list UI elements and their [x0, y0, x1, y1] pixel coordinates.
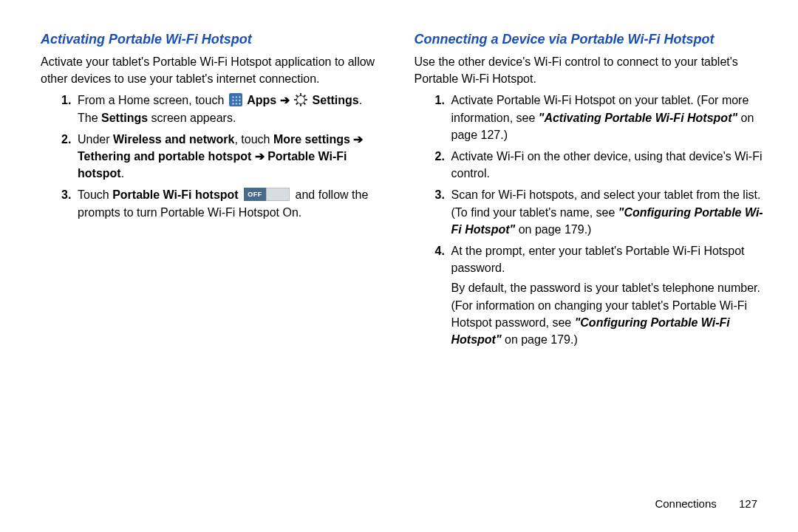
page-footer: Connections 127 [655, 497, 757, 510]
off-toggle-text: OFF [244, 188, 266, 201]
text: on page 179.) [502, 333, 578, 346]
list-item: 1. Activate Portable Wi-Fi Hotspot on yo… [435, 92, 768, 143]
apps-grid-icon [229, 93, 242, 106]
text: . [121, 167, 124, 180]
left-intro: Activate your tablet's Portable Wi-Fi Ho… [41, 53, 385, 87]
text: At the prompt, enter your tablet's Porta… [451, 245, 745, 274]
right-heading: Connecting a Device via Portable Wi-Fi H… [415, 30, 768, 49]
step-text: Scan for Wi-Fi hotspots, and select your… [451, 186, 768, 238]
left-list: 1. From a Home screen, touch Apps ➔ Sett… [41, 92, 385, 220]
off-toggle-knob [266, 188, 290, 201]
list-item: 3. Scan for Wi-Fi hotspots, and select y… [435, 186, 768, 238]
arrow-icon: ➔ [280, 94, 293, 106]
step-text: Activate Wi-Fi on the other device, usin… [451, 148, 768, 182]
wireless-network-label: Wireless and network [113, 133, 234, 146]
list-item: 1. From a Home screen, touch Apps ➔ Sett… [61, 92, 385, 126]
step-number: 4. [435, 242, 451, 348]
settings-label: Settings [313, 94, 359, 106]
step-text: At the prompt, enter your tablet's Porta… [451, 242, 768, 348]
text: Under [78, 133, 113, 146]
right-intro: Use the other device's Wi-Fi control to … [415, 53, 768, 87]
step-number: 1. [435, 92, 451, 143]
list-item: 2. Activate Wi-Fi on the other device, u… [435, 148, 768, 182]
apps-label: Apps [247, 94, 276, 106]
off-toggle-icon: OFF [244, 188, 290, 201]
text: , touch [234, 133, 273, 146]
list-item: 2. Under Wireless and network, touch Mor… [61, 131, 385, 183]
step-text: Under Wireless and network, touch More s… [78, 131, 385, 183]
text: Touch [78, 188, 112, 201]
step-text: Touch Portable Wi-Fi hotspot OFF and fol… [78, 186, 385, 220]
step-number: 2. [61, 131, 78, 183]
step-number: 3. [435, 186, 451, 238]
step-number: 3. [61, 186, 78, 220]
step-number: 1. [61, 92, 78, 126]
step-text: From a Home screen, touch Apps ➔ Setting… [78, 92, 385, 126]
text: screen appears. [148, 112, 236, 124]
settings-gear-icon [294, 93, 307, 106]
footer-section: Connections [655, 497, 716, 510]
step-number: 2. [435, 148, 451, 182]
step-subtext: By default, the password is your tablet'… [451, 279, 768, 348]
settings-label-2: Settings [101, 112, 148, 124]
list-item: 3. Touch Portable Wi-Fi hotspot OFF and … [61, 186, 385, 220]
right-list: 1. Activate Portable Wi-Fi Hotspot on yo… [415, 92, 768, 348]
text: From a Home screen, touch [78, 94, 228, 106]
text: on page 179.) [515, 223, 591, 236]
list-item: 4. At the prompt, enter your tablet's Po… [435, 242, 768, 348]
left-heading: Activating Portable Wi-Fi Hotspot [41, 30, 385, 49]
step-text: Activate Portable Wi-Fi Hotspot on your … [451, 92, 768, 143]
left-column: Activating Portable Wi-Fi Hotspot Activa… [41, 30, 385, 352]
cross-reference: "Activating Portable Wi-Fi Hotspot" [539, 112, 737, 124]
right-column: Connecting a Device via Portable Wi-Fi H… [415, 30, 768, 352]
portable-wifi-hotspot-label: Portable Wi-Fi hotspot [112, 188, 239, 201]
footer-page-number: 127 [739, 497, 757, 510]
